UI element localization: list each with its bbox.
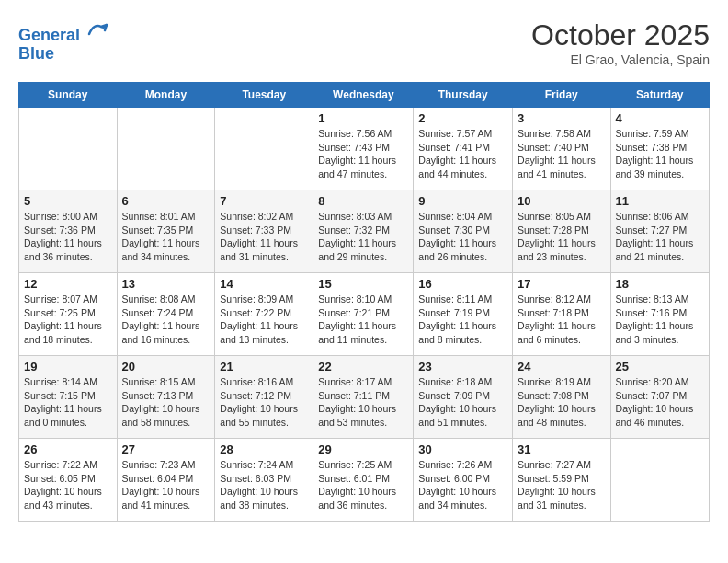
calendar-cell — [610, 439, 709, 522]
day-number: 26 — [24, 442, 112, 456]
calendar-cell: 19Sunrise: 8:14 AM Sunset: 7:15 PM Dayli… — [19, 356, 118, 439]
calendar-cell — [19, 108, 118, 190]
calendar-cell: 9Sunrise: 8:04 AM Sunset: 7:30 PM Daylig… — [414, 190, 513, 273]
calendar-cell: 20Sunrise: 8:15 AM Sunset: 7:13 PM Dayli… — [117, 356, 215, 439]
location: El Grao, Valencia, Spain — [531, 52, 710, 67]
day-number: 12 — [24, 277, 112, 291]
day-number: 5 — [24, 194, 112, 208]
calendar-cell: 4Sunrise: 7:59 AM Sunset: 7:38 PM Daylig… — [610, 108, 709, 190]
page-header: General Blue October 2025 El Grao, Valen… — [18, 18, 710, 67]
day-info: Sunrise: 8:20 AM Sunset: 7:07 PM Dayligh… — [616, 375, 704, 430]
calendar-cell: 21Sunrise: 8:16 AM Sunset: 7:12 PM Dayli… — [215, 356, 313, 439]
calendar-cell: 23Sunrise: 8:18 AM Sunset: 7:09 PM Dayli… — [414, 356, 513, 439]
calendar-cell: 24Sunrise: 8:19 AM Sunset: 7:08 PM Dayli… — [513, 356, 611, 439]
day-info: Sunrise: 7:56 AM Sunset: 7:43 PM Dayligh… — [318, 127, 408, 181]
day-info: Sunrise: 7:25 AM Sunset: 6:01 PM Dayligh… — [318, 458, 408, 512]
day-number: 4 — [616, 111, 704, 125]
day-number: 11 — [616, 194, 704, 208]
day-info: Sunrise: 8:02 AM Sunset: 7:33 PM Dayligh… — [220, 210, 308, 264]
calendar-cell: 18Sunrise: 8:13 AM Sunset: 7:16 PM Dayli… — [610, 273, 709, 356]
day-number: 20 — [122, 360, 210, 373]
month-title: October 2025 — [531, 18, 710, 52]
calendar-cell: 28Sunrise: 7:24 AM Sunset: 6:03 PM Dayli… — [215, 439, 313, 522]
calendar-cell — [117, 108, 215, 190]
day-info: Sunrise: 7:59 AM Sunset: 7:38 PM Dayligh… — [616, 127, 704, 181]
logo-icon — [86, 18, 108, 40]
day-info: Sunrise: 8:01 AM Sunset: 7:35 PM Dayligh… — [122, 210, 210, 264]
calendar-cell: 25Sunrise: 8:20 AM Sunset: 7:07 PM Dayli… — [610, 356, 709, 439]
day-number: 2 — [418, 111, 507, 125]
calendar-cell: 8Sunrise: 8:03 AM Sunset: 7:32 PM Daylig… — [313, 190, 414, 273]
day-info: Sunrise: 8:09 AM Sunset: 7:22 PM Dayligh… — [220, 293, 308, 347]
day-info: Sunrise: 7:23 AM Sunset: 6:04 PM Dayligh… — [122, 458, 210, 512]
day-number: 24 — [518, 360, 606, 373]
day-number: 21 — [220, 360, 308, 373]
day-number: 22 — [318, 360, 408, 373]
day-info: Sunrise: 8:07 AM Sunset: 7:25 PM Dayligh… — [24, 293, 112, 347]
day-info: Sunrise: 7:26 AM Sunset: 6:00 PM Dayligh… — [418, 458, 507, 512]
calendar-week-row: 12Sunrise: 8:07 AM Sunset: 7:25 PM Dayli… — [19, 273, 710, 356]
day-number: 27 — [122, 442, 210, 456]
day-info: Sunrise: 8:08 AM Sunset: 7:24 PM Dayligh… — [122, 293, 210, 347]
day-info: Sunrise: 7:24 AM Sunset: 6:03 PM Dayligh… — [220, 458, 308, 512]
weekday-header-wednesday: Wednesday — [313, 83, 414, 108]
day-number: 25 — [616, 360, 704, 373]
day-info: Sunrise: 8:12 AM Sunset: 7:18 PM Dayligh… — [518, 293, 606, 347]
day-info: Sunrise: 8:04 AM Sunset: 7:30 PM Dayligh… — [418, 210, 507, 264]
calendar-cell: 2Sunrise: 7:57 AM Sunset: 7:41 PM Daylig… — [414, 108, 513, 190]
calendar-cell: 12Sunrise: 8:07 AM Sunset: 7:25 PM Dayli… — [19, 273, 118, 356]
day-info: Sunrise: 8:16 AM Sunset: 7:12 PM Dayligh… — [220, 375, 308, 430]
day-info: Sunrise: 8:15 AM Sunset: 7:13 PM Dayligh… — [122, 375, 210, 430]
day-number: 10 — [518, 194, 606, 208]
logo-blue-text: Blue — [18, 44, 54, 63]
day-number: 14 — [220, 277, 308, 291]
calendar-table: SundayMondayTuesdayWednesdayThursdayFrid… — [18, 82, 710, 522]
calendar-cell: 13Sunrise: 8:08 AM Sunset: 7:24 PM Dayli… — [117, 273, 215, 356]
day-info: Sunrise: 8:14 AM Sunset: 7:15 PM Dayligh… — [24, 375, 112, 430]
logo-text: General — [18, 18, 108, 45]
day-number: 31 — [518, 442, 606, 456]
day-info: Sunrise: 8:13 AM Sunset: 7:16 PM Dayligh… — [616, 293, 704, 347]
day-info: Sunrise: 8:03 AM Sunset: 7:32 PM Dayligh… — [318, 210, 408, 264]
day-info: Sunrise: 8:10 AM Sunset: 7:21 PM Dayligh… — [318, 293, 408, 347]
day-info: Sunrise: 7:57 AM Sunset: 7:41 PM Dayligh… — [418, 127, 507, 181]
weekday-header-monday: Monday — [117, 83, 215, 108]
calendar-cell: 15Sunrise: 8:10 AM Sunset: 7:21 PM Dayli… — [313, 273, 414, 356]
calendar-cell: 26Sunrise: 7:22 AM Sunset: 6:05 PM Dayli… — [19, 439, 118, 522]
weekday-header-thursday: Thursday — [414, 83, 513, 108]
calendar-cell: 11Sunrise: 8:06 AM Sunset: 7:27 PM Dayli… — [610, 190, 709, 273]
calendar-cell: 27Sunrise: 7:23 AM Sunset: 6:04 PM Dayli… — [117, 439, 215, 522]
calendar-cell: 5Sunrise: 8:00 AM Sunset: 7:36 PM Daylig… — [19, 190, 118, 273]
day-number: 18 — [616, 277, 704, 291]
day-info: Sunrise: 7:27 AM Sunset: 5:59 PM Dayligh… — [518, 458, 606, 512]
day-number: 13 — [122, 277, 210, 291]
day-number: 16 — [418, 277, 507, 291]
calendar-cell: 16Sunrise: 8:11 AM Sunset: 7:19 PM Dayli… — [414, 273, 513, 356]
calendar-week-row: 26Sunrise: 7:22 AM Sunset: 6:05 PM Dayli… — [19, 439, 710, 522]
calendar-cell: 14Sunrise: 8:09 AM Sunset: 7:22 PM Dayli… — [215, 273, 313, 356]
title-block: October 2025 El Grao, Valencia, Spain — [531, 18, 710, 67]
day-number: 3 — [518, 111, 606, 125]
calendar-cell: 30Sunrise: 7:26 AM Sunset: 6:00 PM Dayli… — [414, 439, 513, 522]
day-info: Sunrise: 8:05 AM Sunset: 7:28 PM Dayligh… — [518, 210, 606, 264]
day-number: 30 — [418, 442, 507, 456]
calendar-week-row: 19Sunrise: 8:14 AM Sunset: 7:15 PM Dayli… — [19, 356, 710, 439]
logo: General Blue — [18, 18, 108, 63]
day-number: 23 — [418, 360, 507, 373]
calendar-cell: 17Sunrise: 8:12 AM Sunset: 7:18 PM Dayli… — [513, 273, 611, 356]
calendar-cell: 10Sunrise: 8:05 AM Sunset: 7:28 PM Dayli… — [513, 190, 611, 273]
calendar-cell: 1Sunrise: 7:56 AM Sunset: 7:43 PM Daylig… — [313, 108, 414, 190]
day-number: 29 — [318, 442, 408, 456]
day-number: 17 — [518, 277, 606, 291]
calendar-cell: 3Sunrise: 7:58 AM Sunset: 7:40 PM Daylig… — [513, 108, 611, 190]
day-number: 9 — [418, 194, 507, 208]
day-info: Sunrise: 8:18 AM Sunset: 7:09 PM Dayligh… — [418, 375, 507, 430]
calendar-week-row: 1Sunrise: 7:56 AM Sunset: 7:43 PM Daylig… — [19, 108, 710, 190]
day-number: 1 — [318, 111, 408, 125]
calendar-cell: 7Sunrise: 8:02 AM Sunset: 7:33 PM Daylig… — [215, 190, 313, 273]
weekday-header-friday: Friday — [513, 83, 611, 108]
weekday-header-sunday: Sunday — [19, 83, 118, 108]
day-info: Sunrise: 7:58 AM Sunset: 7:40 PM Dayligh… — [518, 127, 606, 181]
calendar-cell: 22Sunrise: 8:17 AM Sunset: 7:11 PM Dayli… — [313, 356, 414, 439]
calendar-cell: 6Sunrise: 8:01 AM Sunset: 7:35 PM Daylig… — [117, 190, 215, 273]
